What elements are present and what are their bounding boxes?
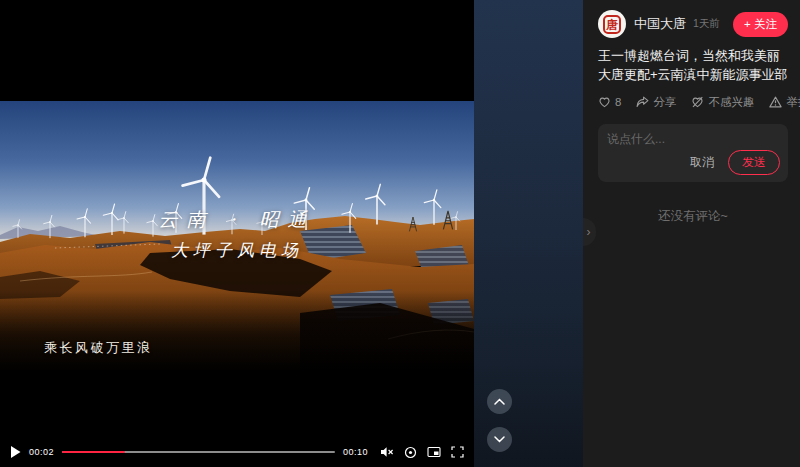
overlay-line1: 云南 · 昭通 bbox=[0, 207, 474, 233]
current-time: 00:02 bbox=[29, 447, 54, 457]
control-icons bbox=[380, 446, 464, 459]
report-button[interactable]: 举报 bbox=[769, 95, 800, 110]
follow-button[interactable]: + 关注 bbox=[733, 12, 788, 37]
play-icon bbox=[10, 446, 21, 458]
mute-button[interactable] bbox=[380, 446, 394, 458]
author-row: 唐 中国大唐 1天前 + 关注 bbox=[598, 10, 788, 38]
previous-note-button[interactable] bbox=[487, 389, 512, 414]
not-interested-button[interactable]: 不感兴趣 bbox=[691, 95, 754, 110]
mute-icon bbox=[380, 446, 394, 458]
report-label: 举报 bbox=[786, 95, 800, 110]
next-note-button[interactable] bbox=[487, 427, 512, 452]
post-time: 1天前 bbox=[693, 17, 720, 31]
progress-bar[interactable] bbox=[62, 451, 335, 453]
pip-icon bbox=[427, 446, 441, 458]
fullscreen-button[interactable] bbox=[451, 446, 464, 458]
comment-composer: 取消 发送 bbox=[598, 124, 788, 182]
author-name[interactable]: 中国大唐 bbox=[634, 15, 686, 33]
share-button[interactable]: 分享 bbox=[636, 95, 676, 110]
chevron-up-icon bbox=[494, 398, 505, 405]
report-triangle-icon bbox=[769, 96, 782, 108]
video-backdrop bbox=[474, 0, 583, 467]
video-subtitle: 乘长风破万里浪 bbox=[44, 339, 153, 357]
video-frame[interactable]: 云南 · 昭通 大坪子风电场 乘长风破万里浪 bbox=[0, 101, 474, 370]
play-button[interactable] bbox=[10, 446, 21, 458]
avatar-seal-glyph: 唐 bbox=[603, 15, 621, 34]
video-overlay-title: 云南 · 昭通 大坪子风电场 bbox=[0, 207, 474, 262]
not-interested-label: 不感兴趣 bbox=[708, 95, 754, 110]
avatar[interactable]: 唐 bbox=[598, 10, 626, 38]
no-comments-text: 还没有评论~ bbox=[598, 208, 788, 225]
record-dot-button[interactable] bbox=[404, 446, 417, 459]
share-icon bbox=[636, 96, 649, 108]
composer-actions: 取消 发送 bbox=[688, 150, 780, 175]
action-row: 8 分享 不感兴趣 举报 bbox=[598, 95, 788, 110]
pip-button[interactable] bbox=[427, 446, 441, 458]
duration: 00:10 bbox=[343, 447, 368, 457]
overlay-line2: 大坪子风电场 bbox=[0, 239, 474, 262]
video-player[interactable]: 云南 · 昭通 大坪子风电场 乘长风破万里浪 00:02 00:10 bbox=[0, 0, 474, 467]
send-button[interactable]: 发送 bbox=[728, 150, 780, 175]
like-count: 8 bbox=[615, 96, 621, 108]
fullscreen-icon bbox=[451, 446, 464, 458]
heart-icon bbox=[598, 96, 611, 108]
note-detail-panel: › 唐 中国大唐 1天前 + 关注 王一博超燃台词，当然和我美丽大唐更配+云南滇… bbox=[583, 0, 800, 467]
share-label: 分享 bbox=[653, 95, 676, 110]
video-controls: 00:02 00:10 bbox=[0, 437, 474, 467]
record-dot-icon bbox=[404, 446, 417, 459]
cancel-button[interactable]: 取消 bbox=[688, 152, 716, 173]
note-title: 王一博超燃台词，当然和我美丽大唐更配+云南滇中新能源事业部 bbox=[598, 47, 788, 85]
chevron-down-icon bbox=[494, 436, 505, 443]
collapse-panel-handle[interactable]: › bbox=[583, 218, 596, 246]
progress-fill bbox=[62, 451, 125, 453]
like-button[interactable]: 8 bbox=[598, 96, 621, 108]
dislike-heart-icon bbox=[691, 96, 704, 108]
